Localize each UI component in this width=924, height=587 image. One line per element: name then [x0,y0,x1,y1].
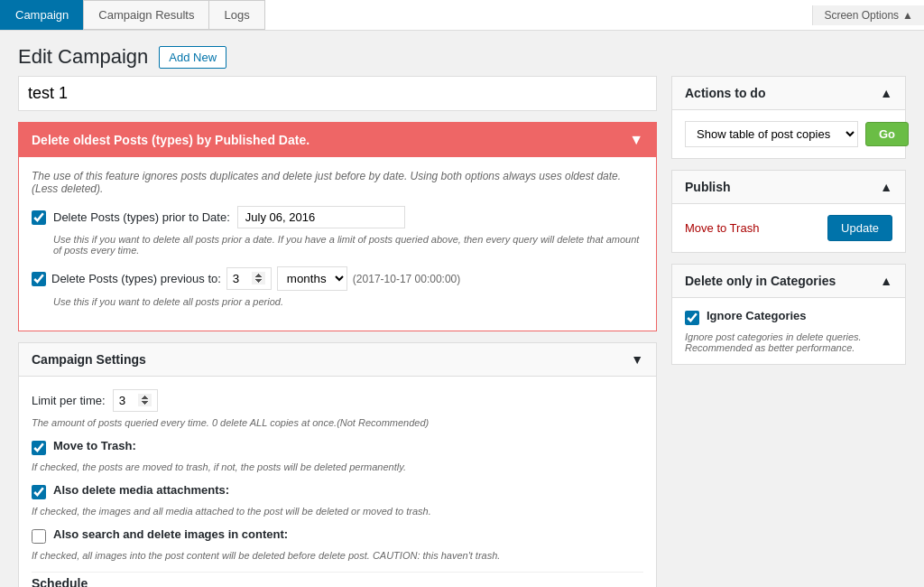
categories-collapse-icon[interactable]: ▲ [880,274,892,288]
collapse-icon[interactable]: ▼ [629,132,643,148]
delete-media-checkbox[interactable] [32,485,46,499]
campaign-settings-section: Campaign Settings ▼ Limit per time: The … [18,342,657,587]
timestamp-label: (2017-10-17 00:00:00) [353,273,460,285]
delete-posts-section: Delete oldest Posts (types) by Published… [18,122,657,331]
right-column: Actions to do ▲ Show table of post copie… [671,76,906,587]
tab-logs[interactable]: Logs [208,0,264,30]
delete-prior-label: Delete Posts (types) prior to Date: [53,210,230,224]
delete-prior-row: Delete Posts (types) prior to Date: [32,206,643,228]
publish-header: Publish ▲ [672,171,905,204]
limit-hint: The amount of posts queried every time. … [32,417,643,428]
tab-campaign-results[interactable]: Campaign Results [83,0,209,30]
delete-images-label: Also search and delete images in content… [53,527,288,541]
delete-posts-title: Delete oldest Posts (types) by Published… [32,133,310,147]
go-button[interactable]: Go [865,122,909,146]
period-number-input[interactable] [226,267,272,290]
publish-row: Move to Trash Update [685,215,892,241]
actions-to-do-body: Show table of post copies Delete post co… [672,110,905,158]
add-new-button[interactable]: Add New [159,46,226,69]
left-column: Delete oldest Posts (types) by Published… [18,76,657,587]
actions-collapse-icon[interactable]: ▲ [880,86,892,100]
campaign-name-input[interactable] [18,76,657,111]
tabs: Campaign Campaign Results Logs [0,0,264,30]
delete-posts-description: The use of this feature ignores posts du… [32,170,643,195]
delete-previous-row: Delete Posts (types) previous to: days w… [32,266,643,291]
chevron-up-icon: ▲ [902,9,913,22]
top-bar: Campaign Campaign Results Logs Screen Op… [0,0,924,31]
delete-posts-header: Delete oldest Posts (types) by Published… [19,123,656,157]
campaign-settings-title: Campaign Settings [32,352,146,367]
delete-categories-header: Delete only in Categories ▲ [672,265,905,298]
move-trash-label: Move to Trash: [53,439,136,452]
date-input[interactable] [237,206,405,228]
period-unit-select[interactable]: days weeks months years [277,266,347,291]
delete-categories-body: Ignore Categories Ignore post categories… [672,298,905,364]
main-layout: Delete oldest Posts (types) by Published… [0,76,924,587]
move-trash-row: Move to Trash: [32,439,643,456]
ignore-categories-label: Ignore Categories [707,309,807,322]
move-trash-hint: If checked, the posts are moved to trash… [32,461,643,472]
move-to-trash-link[interactable]: Move to Trash [685,221,759,235]
campaign-settings-body: Limit per time: The amount of posts quer… [19,377,656,587]
settings-collapse-icon[interactable]: ▼ [631,352,643,367]
screen-options-button[interactable]: Screen Options ▲ [812,5,924,25]
schedule-heading: Schedule [32,572,643,587]
limit-row: Limit per time: [32,389,643,412]
publish-collapse-icon[interactable]: ▲ [880,180,892,194]
ignore-categories-desc: Ignore post categories in delete queries… [685,331,892,353]
actions-to-do-title: Actions to do [685,86,765,100]
actions-row: Show table of post copies Delete post co… [685,121,892,147]
delete-prior-checkbox[interactable] [32,210,46,225]
page-title: Edit Campaign [18,45,148,69]
ignore-categories-row: Ignore Categories [685,309,892,326]
move-trash-checkbox[interactable] [32,441,46,455]
actions-select[interactable]: Show table of post copies Delete post co… [685,121,858,147]
delete-media-label: Also delete media attachments: [53,483,229,497]
delete-categories-box: Delete only in Categories ▲ Ignore Categ… [671,264,906,365]
delete-images-row: Also search and delete images in content… [32,527,643,545]
publish-box: Publish ▲ Move to Trash Update [671,170,906,253]
limit-input[interactable] [113,389,158,412]
ignore-categories-checkbox[interactable] [685,311,699,325]
delete-previous-label: Delete Posts (types) previous to: [51,272,221,285]
campaign-settings-header: Campaign Settings ▼ [19,343,656,377]
delete-images-hint: If checked, all images into the post con… [32,550,643,561]
delete-previous-checkbox[interactable] [32,272,46,286]
delete-media-hint: If checked, the images and all media att… [32,506,643,517]
update-button[interactable]: Update [827,215,892,241]
limit-label: Limit per time: [32,394,106,407]
publish-body: Move to Trash Update [672,204,905,252]
delete-prior-hint: Use this if you want to delete all posts… [53,234,643,256]
delete-media-row: Also delete media attachments: [32,483,643,500]
delete-previous-hint: Use this if you want to delete all posts… [53,296,643,307]
actions-to-do-header: Actions to do ▲ [672,77,905,110]
delete-images-checkbox[interactable] [32,529,46,544]
page-header: Edit Campaign Add New [0,31,924,76]
delete-posts-body: The use of this feature ignores posts du… [19,157,656,331]
publish-title: Publish [685,180,731,194]
actions-to-do-box: Actions to do ▲ Show table of post copie… [671,76,906,159]
delete-categories-title: Delete only in Categories [685,274,836,288]
tab-campaign[interactable]: Campaign [0,0,84,30]
